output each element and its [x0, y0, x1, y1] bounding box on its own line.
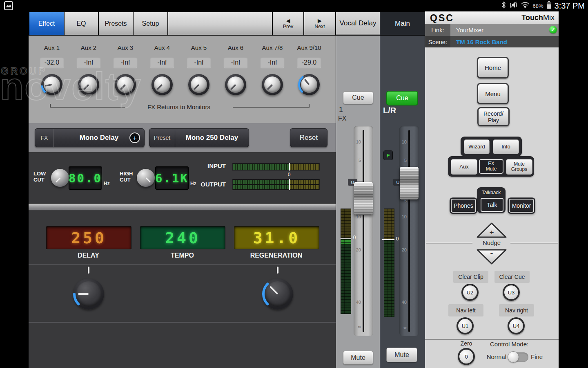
battery-percent: 68% [532, 3, 543, 9]
toggle-knob[interactable] [508, 351, 519, 363]
main-cue-button[interactable]: Cue [386, 91, 418, 105]
fx-fader-handle[interactable] [354, 182, 373, 215]
scene-label: Scene: [425, 36, 450, 47]
prev-button[interactable]: ◀ Prev [273, 12, 303, 35]
nav-left-label: Nav left [448, 304, 483, 316]
aux-send-knob[interactable] [262, 74, 283, 95]
regeneration-display[interactable]: 31.0 [234, 226, 319, 249]
aux-send-knob[interactable] [151, 74, 173, 95]
aux-send-value[interactable]: -Inf [224, 57, 247, 68]
fine-mode-badge[interactable]: F [383, 150, 393, 160]
low-cut-label: LOWCUT [33, 171, 46, 183]
main-fader-handle[interactable] [400, 167, 419, 200]
mute-groups-button[interactable]: MuteGroups [506, 159, 532, 175]
aux-send-value[interactable]: -Inf [114, 57, 137, 68]
main-tab-header[interactable]: Main [380, 12, 425, 35]
fader-scale: 10 [352, 214, 361, 219]
delay-knob[interactable] [73, 278, 104, 310]
talk-button[interactable]: Talk [481, 198, 503, 212]
aux-send-label: Aux 3 [107, 44, 144, 51]
aux-send-value[interactable]: -32.0 [40, 57, 64, 68]
aux-send-knob[interactable] [115, 74, 136, 95]
aux-send-value[interactable]: -Inf [187, 57, 211, 68]
touchmix-logo: TouchMix [521, 13, 555, 22]
clear-cue-label: Clear Cue [494, 271, 530, 283]
fx-cue-button[interactable]: Cue [343, 91, 373, 104]
aux-mode-button[interactable]: Aux [451, 159, 477, 175]
fx-returns-caption: FX Returns to Monitors [126, 103, 232, 110]
reset-button[interactable]: Reset [290, 128, 327, 147]
aux-send-knob[interactable] [298, 74, 320, 95]
delay-display[interactable]: 250 [46, 226, 131, 249]
aux-send-label: Aux 6 [217, 44, 254, 51]
low-cut-display[interactable]: 80.0 [69, 166, 102, 190]
aux-send-value[interactable]: -Inf [150, 57, 174, 68]
aux-send-label: Aux 4 [144, 44, 180, 51]
record-play-button[interactable]: Record/Play [477, 107, 510, 126]
tab-setup[interactable]: Setup [134, 12, 167, 35]
control-mode-toggle[interactable] [509, 352, 528, 362]
fx-mute-mode-button[interactable]: FXMute [479, 159, 503, 174]
fx-mute-button[interactable]: Mute [343, 351, 373, 365]
fx-type-selector[interactable]: FX Mono Delay + [35, 128, 145, 147]
zero-button[interactable]: 0 [458, 348, 475, 365]
fader-scale: 20 [398, 247, 407, 252]
scene-value[interactable]: TM 16 Rock Band [450, 36, 559, 47]
fx-channel-tab[interactable]: Vocal Delay [336, 12, 380, 35]
u4-button[interactable]: U4 [508, 317, 525, 334]
u1-button[interactable]: U1 [457, 317, 474, 334]
wizard-button[interactable]: Wizard [464, 139, 490, 154]
fader-scale: 5 [398, 158, 407, 163]
prev-arrow-icon: ◀ [286, 18, 290, 23]
nudge-label: Nudge [477, 239, 506, 246]
aux-send-value[interactable]: -29.0 [297, 57, 321, 68]
fader-scale: 20 [352, 247, 361, 252]
tab-presets[interactable]: Presets [99, 12, 133, 35]
phones-button[interactable]: Phones [451, 199, 476, 213]
fader-scale: ∞ [352, 324, 361, 329]
next-button[interactable]: ▶ Next [304, 12, 335, 35]
tab-eq[interactable]: EQ [65, 12, 98, 35]
brand-bar: QSC TouchMix [425, 11, 559, 24]
link-label: Link: [425, 24, 450, 36]
aux-send-value[interactable]: -Inf [77, 57, 100, 68]
info-button[interactable]: Info [493, 139, 519, 154]
menu-button[interactable]: Menu [477, 83, 509, 104]
regeneration-knob[interactable] [262, 278, 293, 310]
home-button[interactable]: Home [477, 57, 509, 79]
channel-number: 1 [339, 105, 343, 114]
bracket-line-right [233, 107, 310, 108]
mute-vibrate-icon [509, 1, 518, 10]
high-cut-display[interactable]: 6.1K [155, 166, 189, 190]
aux-send-label: Aux 1 [33, 44, 70, 51]
fx-meter-zero: 0 [352, 235, 357, 240]
aux-send-knob[interactable] [225, 74, 246, 95]
preset-selector[interactable]: Preset Mono 250 Delay [149, 128, 249, 147]
aux-send-label: Aux 9/10 [291, 44, 327, 51]
input-meter-label: INPUT [189, 163, 226, 169]
normal-label: Normal [481, 353, 506, 360]
aux-send-knob[interactable] [188, 74, 209, 95]
aux-send-knob[interactable] [78, 74, 99, 95]
tab-effect[interactable]: Effect [29, 12, 64, 35]
main-mute-button[interactable]: Mute [386, 348, 417, 362]
monitor-button[interactable]: Monitor [509, 199, 534, 213]
aux-send-knob[interactable] [41, 74, 62, 95]
add-fx-icon[interactable]: + [129, 132, 140, 143]
main-meter-zero: 0 [394, 236, 400, 242]
meter-zero-tick [289, 163, 290, 171]
aux-send-value[interactable]: -Inf [261, 57, 284, 68]
u3-button[interactable]: U3 [503, 284, 520, 301]
low-cut-knob[interactable] [51, 169, 69, 187]
fader-scale: 10 [398, 139, 407, 144]
bracket-tick-right [309, 104, 310, 108]
tempo-display[interactable]: 240 [140, 226, 225, 249]
touchmix-screen: 68% 3:37 PM GROUP novelty Effect EQ Pres… [0, 0, 588, 368]
link-value[interactable]: YourMixer [450, 24, 559, 36]
low-cut-unit: Hz [104, 181, 110, 186]
section-divider [29, 203, 336, 210]
aux-send-label: Aux 2 [70, 44, 107, 51]
u2-button[interactable]: U2 [461, 284, 479, 301]
high-cut-knob[interactable] [137, 169, 155, 187]
fine-label: Fine [531, 353, 547, 360]
